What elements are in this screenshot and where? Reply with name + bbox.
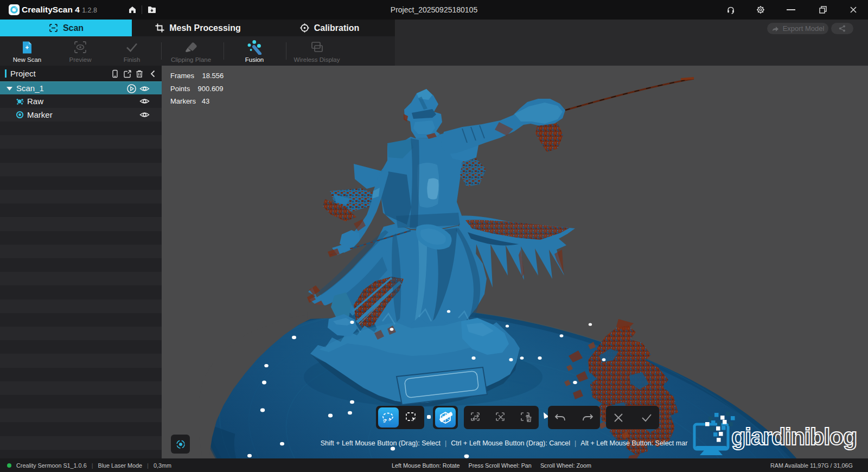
svg-text:9: 9 [383, 418, 386, 424]
svg-text:giardiniblog: giardiniblog [731, 424, 857, 450]
